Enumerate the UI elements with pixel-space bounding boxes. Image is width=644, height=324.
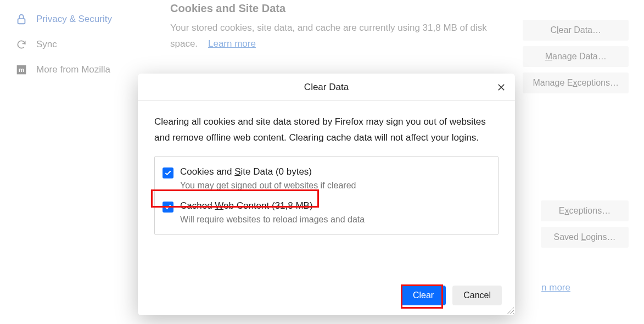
dialog-close-button[interactable] (495, 81, 507, 93)
clear-button[interactable]: Clear (401, 286, 446, 305)
option-cookies: Cookies and Site Data (0 bytes) You may … (163, 166, 490, 191)
cancel-button[interactable]: Cancel (452, 286, 502, 305)
clear-options-box: Cookies and Site Data (0 bytes) You may … (154, 156, 499, 235)
dialog-title: Clear Data (304, 82, 349, 93)
dialog-footer: Clear Cancel (401, 286, 502, 305)
option-cache-text: Cached Web Content (31,8 MB) Will requir… (180, 200, 365, 225)
close-icon (496, 82, 506, 92)
clear-data-dialog: Clear Data Clearing all cookies and site… (138, 74, 515, 315)
dialog-description: Clearing all cookies and site data store… (154, 114, 499, 146)
option-cookies-sub: You may get signed out of websites if cl… (180, 181, 356, 191)
checkbox-cookies[interactable] (163, 167, 173, 178)
checkbox-cache[interactable] (163, 202, 173, 213)
checkmark-icon (164, 169, 172, 177)
dialog-header: Clear Data (138, 74, 515, 101)
checkmark-icon (164, 203, 172, 211)
option-cache-sub: Will require websites to reload images a… (180, 215, 365, 225)
option-cookies-text: Cookies and Site Data (0 bytes) You may … (180, 166, 356, 191)
resize-handle-icon[interactable] (506, 306, 514, 314)
dialog-body: Clearing all cookies and site data store… (138, 101, 515, 235)
option-cache: Cached Web Content (31,8 MB) Will requir… (163, 200, 490, 225)
